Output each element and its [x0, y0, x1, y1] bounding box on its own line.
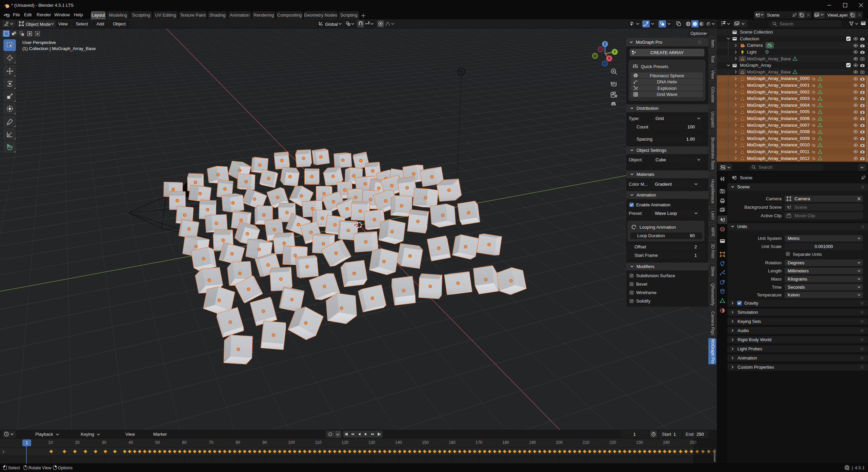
svg-text:X: X	[608, 56, 611, 60]
svg-text:1: 1	[848, 468, 849, 471]
svg-text:Y: Y	[613, 50, 616, 54]
svg-text:Z: Z	[604, 42, 606, 46]
